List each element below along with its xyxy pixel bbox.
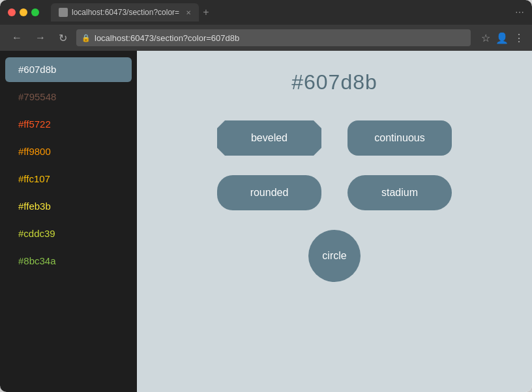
minimize-button[interactable] xyxy=(20,8,27,16)
new-tab-button[interactable]: + xyxy=(203,7,209,18)
sidebar-item-label: #ffeb3b xyxy=(18,201,51,212)
profile-icon[interactable]: 👤 xyxy=(495,32,509,44)
sidebar-item-label: #ffc107 xyxy=(18,173,50,184)
tab-label: localhost:60473/section?color= xyxy=(72,8,179,17)
sidebar-item-cddc39[interactable]: #cddc39 xyxy=(5,221,132,246)
tab-close-icon[interactable]: ✕ xyxy=(186,9,191,16)
sidebar-item-label: #795548 xyxy=(18,91,56,102)
address-text: localhost:60473/section?color=607d8b xyxy=(95,33,466,43)
page-title: #607d8b xyxy=(291,70,377,94)
sidebar-item-label: #cddc39 xyxy=(18,228,55,239)
sidebar-item-ffeb3b[interactable]: #ffeb3b xyxy=(5,194,132,219)
sidebar-item-607d8b[interactable]: #607d8b xyxy=(5,57,132,82)
back-button[interactable]: ← xyxy=(8,29,26,46)
circle-row: circle xyxy=(308,230,361,282)
sidebar-item-8bc34a[interactable]: #8bc34a xyxy=(5,249,132,273)
browser-window: localhost:60473/section?color= ✕ + ⋯ ← →… xyxy=(0,0,532,392)
bookmark-icon[interactable]: ☆ xyxy=(481,32,490,44)
sidebar-item-795548[interactable]: #795548 xyxy=(5,85,132,109)
title-bar: localhost:60473/section?color= ✕ + ⋯ xyxy=(0,0,532,25)
page-area: #607d8b beveledcontinuousroundedstadium … xyxy=(137,51,532,392)
window-controls: ⋯ xyxy=(515,7,524,18)
sidebar-item-ff9800[interactable]: #ff9800 xyxy=(5,139,132,164)
forward-button[interactable]: → xyxy=(31,29,50,46)
lock-icon: 🔒 xyxy=(81,34,91,42)
browser-tab[interactable]: localhost:60473/section?color= ✕ xyxy=(51,3,199,21)
shape-circle-button[interactable]: circle xyxy=(308,230,361,282)
shapes-grid: beveledcontinuousroundedstadium xyxy=(217,120,452,210)
nav-bar: ← → ↻ 🔒 localhost:60473/section?color=60… xyxy=(0,25,532,51)
maximize-button[interactable] xyxy=(31,8,39,16)
tab-area: localhost:60473/section?color= ✕ + xyxy=(51,3,510,21)
nav-right-icons: ☆ 👤 ⋮ xyxy=(481,32,524,44)
sidebar-item-ffc107[interactable]: #ffc107 xyxy=(5,167,132,191)
address-bar[interactable]: 🔒 localhost:60473/section?color=607d8b xyxy=(76,29,471,46)
close-button[interactable] xyxy=(8,8,16,16)
sidebar-item-label: #8bc34a xyxy=(18,255,56,266)
sidebar-item-label: #ff5722 xyxy=(18,119,51,130)
sidebar-item-label: #ff9800 xyxy=(18,146,51,157)
shape-continuous-button[interactable]: continuous xyxy=(347,120,452,156)
main-content: #607d8b#795548#ff5722#ff9800#ffc107#ffeb… xyxy=(0,51,532,392)
tab-favicon-icon xyxy=(59,8,68,17)
shape-stadium-button[interactable]: stadium xyxy=(347,175,452,210)
shape-rounded-button[interactable]: rounded xyxy=(217,175,321,210)
menu-icon[interactable]: ⋮ xyxy=(514,32,524,44)
sidebar-item-ff5722[interactable]: #ff5722 xyxy=(5,112,132,137)
sidebar-item-label: #607d8b xyxy=(18,64,56,75)
shape-beveled-button[interactable]: beveled xyxy=(217,120,321,156)
traffic-lights xyxy=(8,8,39,16)
reload-button[interactable]: ↻ xyxy=(55,29,71,47)
sidebar: #607d8b#795548#ff5722#ff9800#ffc107#ffeb… xyxy=(0,51,137,392)
